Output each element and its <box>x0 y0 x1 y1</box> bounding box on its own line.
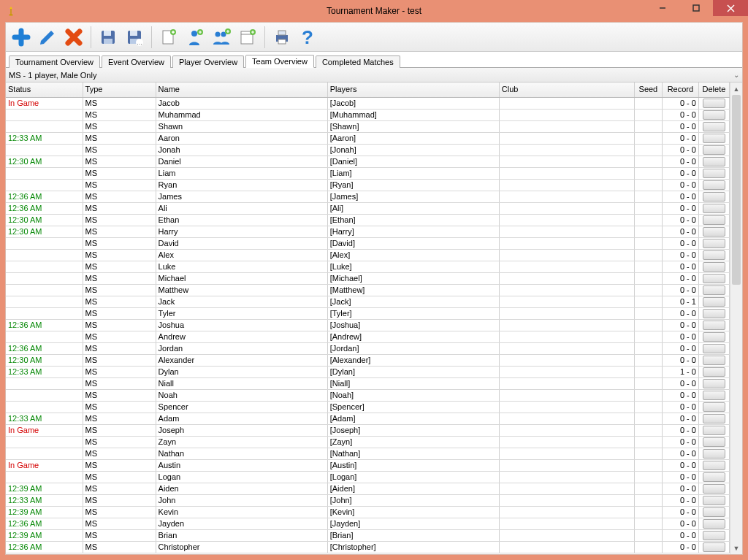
table-row[interactable]: MSSpencer[Spencer]0 - 0 <box>6 401 730 413</box>
table-row[interactable]: 12:33 AMMSJohn[John]0 - 0 <box>6 494 730 506</box>
table-row[interactable]: MSJonah[Jonah]0 - 0 <box>6 144 730 156</box>
table-row[interactable]: MSMuhammad[Muhammad]0 - 0 <box>6 109 730 120</box>
add-person-icon[interactable] <box>184 26 206 48</box>
tab-completed-matches[interactable]: Completed Matches <box>316 55 400 68</box>
delete-button[interactable] <box>703 157 725 166</box>
delete-button[interactable] <box>703 472 725 482</box>
delete-button[interactable] <box>703 367 725 377</box>
table-row[interactable]: MSDavid[David]0 - 0 <box>6 237 730 249</box>
scroll-down-icon[interactable]: ▼ <box>730 542 742 554</box>
table-row[interactable]: MSLuke[Luke]0 - 0 <box>6 261 730 272</box>
maximize-button[interactable] <box>679 0 713 16</box>
delete-button[interactable] <box>703 426 725 435</box>
table-row[interactable]: In GameMSJoseph[Joseph]0 - 0 <box>6 424 730 436</box>
table-row[interactable]: 12:33 AMMSAaron[Aaron]0 - 0 <box>6 132 730 144</box>
new-doc-icon[interactable] <box>158 26 180 48</box>
table-row[interactable]: MSShawn[Shawn]0 - 0 <box>6 120 730 132</box>
header-row[interactable]: StatusTypeNamePlayersClubSeedRecordDelet… <box>6 83 730 97</box>
delete-button[interactable] <box>703 285 725 295</box>
table-row[interactable]: 12:30 AMMSAlexander[Alexander]0 - 0 <box>6 354 730 366</box>
delete-button[interactable] <box>703 227 725 237</box>
delete-button[interactable] <box>703 507 725 517</box>
delete-button[interactable] <box>703 145 725 155</box>
delete-button[interactable] <box>703 239 725 248</box>
tab-player-overview[interactable]: Player Overview <box>172 55 244 68</box>
col-status[interactable]: Status <box>6 83 83 97</box>
add-group-icon[interactable] <box>210 26 232 48</box>
delete-button[interactable] <box>703 180 725 190</box>
delete-button[interactable] <box>703 309 725 318</box>
table-row[interactable]: MSLogan[Logan]0 - 0 <box>6 471 730 483</box>
titlebar[interactable]: Tournament Maker - test <box>0 0 748 22</box>
vertical-scrollbar[interactable]: ▲ ▼ <box>730 83 742 554</box>
table-row[interactable]: MSRyan[Ryan]0 - 0 <box>6 179 730 191</box>
scroll-thumb[interactable] <box>732 95 741 285</box>
delete-button[interactable] <box>703 449 725 459</box>
table-row[interactable]: MSJack[Jack]0 - 1 <box>6 296 730 307</box>
col-delete[interactable]: Delete <box>698 83 729 97</box>
table-row[interactable]: 12:30 AMMSDaniel[Daniel]0 - 0 <box>6 156 730 167</box>
save-icon[interactable] <box>97 26 119 48</box>
scroll-up-icon[interactable]: ▲ <box>730 83 742 95</box>
delete-button[interactable] <box>703 169 725 178</box>
delete-button[interactable] <box>703 531 725 540</box>
table-row[interactable]: 12:36 AMMSChristopher[Christopher]0 - 0 <box>6 541 730 553</box>
table-row[interactable]: MSMichael[Michael]0 - 0 <box>6 272 730 284</box>
tab-tournament-overview[interactable]: Tournament Overview <box>9 55 100 68</box>
delete-button[interactable] <box>703 99 725 108</box>
table-row[interactable]: MSNiall[Niall]0 - 0 <box>6 377 730 389</box>
delete-button[interactable] <box>703 262 725 272</box>
delete-button[interactable] <box>703 437 725 447</box>
delete-button[interactable] <box>703 542 725 552</box>
tab-team-overview[interactable]: Team Overview <box>245 55 314 68</box>
delete-button[interactable] <box>703 344 725 353</box>
table-row[interactable]: MSAndrew[Andrew]0 - 0 <box>6 331 730 342</box>
delete-button[interactable] <box>703 122 725 131</box>
table-row[interactable]: 12:39 AMMSAiden[Aiden]0 - 0 <box>6 483 730 494</box>
table-row[interactable]: MSTyler[Tyler]0 - 0 <box>6 307 730 319</box>
table-row[interactable]: 12:33 AMMSAdam[Adam]0 - 0 <box>6 413 730 424</box>
table-row[interactable]: In GameMSJacob[Jacob]0 - 0 <box>6 97 730 109</box>
col-players[interactable]: Players <box>327 83 499 97</box>
save-as-icon[interactable]: … <box>123 26 145 48</box>
col-name[interactable]: Name <box>156 83 327 97</box>
team-grid[interactable]: StatusTypeNamePlayersClubSeedRecordDelet… <box>6 83 730 554</box>
table-row[interactable]: MSAlex[Alex]0 - 0 <box>6 249 730 261</box>
table-row[interactable]: 12:36 AMMSJordan[Jordan]0 - 0 <box>6 342 730 354</box>
delete-button[interactable] <box>703 519 725 529</box>
table-row[interactable]: 12:30 AMMSEthan[Ethan]0 - 0 <box>6 214 730 226</box>
delete-button[interactable] <box>703 192 725 202</box>
delete-button[interactable] <box>703 215 725 225</box>
table-row[interactable]: MSZayn[Zayn]0 - 0 <box>6 436 730 448</box>
table-row[interactable]: MSNoah[Noah]0 - 0 <box>6 389 730 401</box>
table-row[interactable]: MSMatthew[Matthew]0 - 0 <box>6 284 730 296</box>
delete-button[interactable] <box>703 391 725 400</box>
delete-button[interactable] <box>703 297 725 307</box>
table-row[interactable]: 12:36 AMMSAli[Ali]0 - 0 <box>6 202 730 214</box>
col-club[interactable]: Club <box>499 83 634 97</box>
table-row[interactable]: 12:39 AMMSBrian[Brian]0 - 0 <box>6 529 730 541</box>
table-row[interactable]: 12:36 AMMSJoshua[Joshua]0 - 0 <box>6 319 730 331</box>
delete-button[interactable] <box>703 204 725 213</box>
col-record[interactable]: Record <box>662 83 698 97</box>
delete-button[interactable] <box>703 379 725 388</box>
minimize-button[interactable] <box>646 0 679 16</box>
delete-button[interactable] <box>703 484 725 494</box>
delete-button[interactable] <box>703 356 725 365</box>
table-row[interactable]: MSNathan[Nathan]0 - 0 <box>6 448 730 459</box>
print-icon[interactable] <box>271 26 293 48</box>
delete-button[interactable] <box>703 274 725 283</box>
table-row[interactable]: 12:36 AMMSJames[James]0 - 0 <box>6 191 730 202</box>
table-row[interactable]: In GameMSAustin[Austin]0 - 0 <box>6 459 730 471</box>
delete-button[interactable] <box>703 402 725 412</box>
col-seed[interactable]: Seed <box>634 83 662 97</box>
tab-event-overview[interactable]: Event Overview <box>102 55 171 68</box>
delete-button[interactable] <box>703 332 725 342</box>
new-event-icon[interactable] <box>237 26 259 48</box>
table-row[interactable]: MSLiam[Liam]0 - 0 <box>6 167 730 179</box>
close-button[interactable] <box>713 0 748 16</box>
delete-button[interactable] <box>703 250 725 260</box>
table-row[interactable]: 12:33 AMMSDylan[Dylan]1 - 0 <box>6 366 730 377</box>
delete-button[interactable] <box>703 110 725 120</box>
delete-button[interactable] <box>703 321 725 330</box>
